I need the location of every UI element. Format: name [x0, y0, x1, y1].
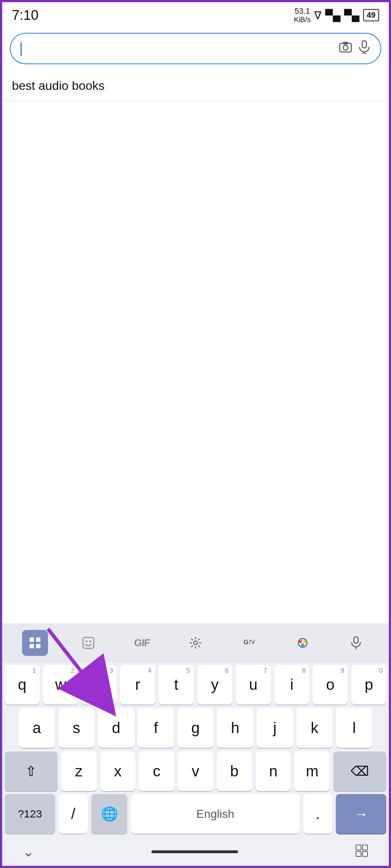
home-bar — [151, 850, 238, 853]
space-label: English — [197, 807, 234, 821]
key-i[interactable]: 8 i — [274, 665, 309, 705]
svg-point-11 — [86, 641, 88, 643]
svg-rect-9 — [36, 644, 40, 648]
svg-point-1 — [343, 45, 348, 50]
svg-rect-8 — [30, 644, 34, 648]
svg-point-12 — [89, 641, 91, 643]
search-bar[interactable] — [10, 33, 381, 64]
data-speed: 53.1 KiB/s — [294, 7, 311, 23]
key-p[interactable]: 0 p — [351, 665, 386, 705]
key-f[interactable]: f — [138, 708, 174, 748]
search-container — [1, 26, 390, 71]
key-l[interactable]: l — [336, 708, 372, 748]
toolbar-apps-button[interactable] — [22, 630, 48, 656]
key-r[interactable]: 4 r — [120, 665, 155, 705]
enter-icon: → — [354, 806, 368, 822]
key-o[interactable]: 9 o — [313, 665, 348, 705]
key-w[interactable]: 2 w — [43, 665, 78, 705]
globe-icon: 🌐 — [101, 806, 118, 822]
shift-key[interactable]: ⇧ — [5, 751, 58, 791]
svg-rect-23 — [363, 845, 368, 850]
key-j[interactable]: j — [257, 708, 293, 748]
cursor — [21, 42, 22, 56]
toolbar-translate-button[interactable]: G T — [236, 630, 262, 656]
toolbar-sticker-button[interactable] — [75, 630, 101, 656]
toolbar-gif-button[interactable]: GIF — [129, 630, 155, 656]
search-input[interactable] — [21, 41, 333, 56]
numbers-label: ?123 — [18, 808, 42, 820]
suggestion-item[interactable]: best audio books — [1, 71, 390, 101]
key-row-1: 1 q 2 w 3 e 4 r 5 t 6 y — [5, 665, 386, 705]
backspace-icon: ⌫ — [351, 764, 369, 779]
status-icons: 53.1 KiB/s ∇ ▀▄ ▀▄ 49 — [294, 7, 379, 23]
key-t[interactable]: 5 t — [159, 665, 194, 705]
svg-text:T: T — [248, 639, 252, 645]
keyboard-layout-icon[interactable] — [355, 844, 368, 860]
status-bar: 7:10 53.1 KiB/s ∇ ▀▄ ▀▄ 49 — [1, 1, 390, 26]
period-key[interactable]: . — [303, 794, 332, 834]
signal-icon-2: ▀▄ — [344, 9, 360, 21]
battery-icon: 49 — [363, 9, 379, 21]
key-h[interactable]: h — [217, 708, 253, 748]
key-m[interactable]: m — [294, 751, 330, 791]
keyboard-toolbar: GIF G T — [1, 623, 390, 661]
svg-rect-7 — [36, 637, 40, 642]
key-s[interactable]: s — [58, 708, 95, 748]
key-rows: 1 q 2 w 3 e 4 r 5 t 6 y — [1, 661, 390, 794]
slash-key[interactable]: / — [59, 794, 88, 834]
svg-rect-10 — [83, 637, 94, 648]
svg-rect-0 — [340, 43, 351, 52]
enter-key[interactable]: → — [336, 794, 386, 834]
suggestion-text: best audio books — [12, 79, 105, 92]
key-u[interactable]: 7 u — [236, 665, 271, 705]
svg-point-17 — [299, 640, 302, 643]
key-z[interactable]: z — [61, 751, 97, 791]
svg-point-18 — [303, 640, 306, 643]
key-x[interactable]: x — [100, 751, 136, 791]
space-key[interactable]: English — [131, 794, 300, 834]
key-g[interactable]: g — [177, 708, 214, 748]
key-a[interactable]: a — [19, 708, 55, 748]
key-row-2: a s d f g h j k l — [5, 708, 386, 748]
svg-rect-6 — [30, 637, 34, 642]
key-b[interactable]: b — [217, 751, 252, 791]
voice-search-icon[interactable] — [358, 40, 370, 57]
toolbar-settings-button[interactable] — [183, 630, 208, 656]
svg-point-13 — [194, 641, 197, 645]
key-d[interactable]: d — [98, 708, 134, 748]
key-c[interactable]: c — [139, 751, 174, 791]
svg-rect-3 — [362, 41, 366, 48]
camera-search-icon[interactable] — [339, 40, 352, 57]
svg-rect-22 — [356, 845, 361, 850]
wifi-icon: ∇ — [314, 9, 321, 22]
status-time: 7:10 — [12, 8, 39, 23]
numbers-key[interactable]: ?123 — [5, 794, 55, 834]
key-q[interactable]: 1 q — [5, 665, 40, 705]
period-label: . — [316, 805, 320, 823]
keyboard: GIF G T — [1, 623, 390, 867]
slash-label: / — [71, 805, 75, 823]
key-y[interactable]: 6 y — [197, 665, 232, 705]
nav-bar: ⌄ — [1, 837, 390, 867]
keyboard-bottom-row: ?123 / 🌐 English . → — [1, 794, 390, 837]
signal-icon: ▀▄ — [325, 9, 341, 21]
keyboard-hide-icon[interactable]: ⌄ — [23, 844, 34, 860]
svg-rect-24 — [356, 851, 361, 856]
key-n[interactable]: n — [256, 751, 291, 791]
key-v[interactable]: v — [178, 751, 213, 791]
svg-rect-25 — [363, 851, 368, 856]
shift-icon: ⇧ — [25, 763, 37, 779]
backspace-key[interactable]: ⌫ — [333, 751, 386, 791]
key-e[interactable]: 3 e — [82, 665, 117, 705]
toolbar-voice-button[interactable] — [343, 630, 369, 656]
content-area — [1, 101, 390, 411]
svg-point-19 — [301, 644, 304, 646]
key-row-3: ⇧ z x c v b n m ⌫ — [5, 751, 386, 791]
svg-text:G: G — [243, 639, 249, 646]
gif-label: GIF — [134, 637, 150, 649]
globe-key[interactable]: 🌐 — [91, 794, 127, 834]
svg-rect-20 — [354, 637, 358, 643]
toolbar-theme-button[interactable] — [290, 630, 316, 656]
key-k[interactable]: k — [296, 708, 333, 748]
